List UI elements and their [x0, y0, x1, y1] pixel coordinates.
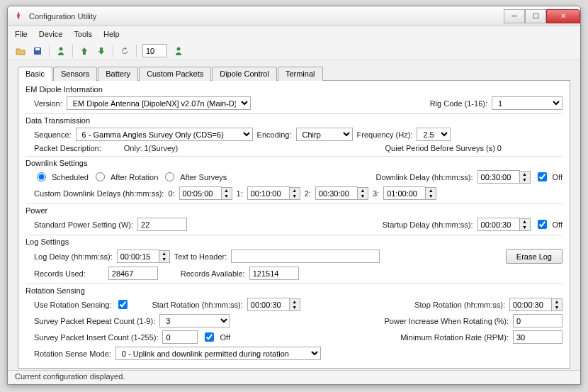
repeat-count-select[interactable]: 3 — [159, 314, 230, 327]
toolbar — [8, 42, 580, 60]
custom-delay-2-input[interactable] — [315, 186, 358, 200]
sequence-label: Sequence: — [34, 130, 72, 139]
tab-custom-packets[interactable]: Custom Packets — [139, 67, 211, 81]
tab-sensors[interactable]: Sensors — [53, 67, 97, 81]
d3-label: 3: — [373, 189, 379, 198]
insert-off-check[interactable] — [205, 332, 214, 342]
downlink-delay-input[interactable] — [477, 170, 520, 184]
save-icon[interactable] — [32, 45, 43, 57]
minimize-button[interactable]: ─ — [504, 9, 525, 23]
radio-scheduled[interactable] — [37, 172, 46, 181]
spin-up-icon[interactable]: ▲ — [552, 299, 562, 305]
frequency-select[interactable]: 2.5 — [417, 128, 451, 141]
up-green-icon[interactable] — [79, 45, 90, 57]
down-green-icon[interactable] — [96, 45, 107, 57]
spin-down-icon[interactable]: ▼ — [552, 305, 562, 310]
records-used-input[interactable] — [108, 267, 158, 280]
window-title: Configuration Utility — [29, 12, 504, 21]
custom-delay-3-input[interactable] — [383, 186, 426, 200]
spin-down-icon[interactable]: ▼ — [520, 225, 530, 230]
power-increase-input[interactable] — [513, 314, 562, 327]
refresh-icon[interactable] — [119, 45, 130, 57]
spin-down-icon[interactable]: ▼ — [358, 194, 368, 199]
toolbar-spin-input[interactable] — [142, 44, 167, 57]
encoding-select[interactable]: Chirp — [296, 128, 353, 141]
rotation-mode-select[interactable]: 0 - Uplink and downlink permitted during… — [115, 347, 321, 360]
version-label: Version: — [34, 99, 62, 108]
menubar: File Device Tools Help — [8, 26, 580, 42]
insert-count-label: Survey Packet Insert Count (1-255): — [34, 333, 158, 342]
tab-strip: Basic Sensors Battery Custom Packets Dip… — [18, 66, 570, 81]
text-header-label: Text to Header: — [174, 252, 227, 261]
maximize-button[interactable]: ☐ — [525, 9, 546, 23]
rig-code-select[interactable]: 1 — [492, 96, 562, 110]
spin-up-icon[interactable]: ▲ — [290, 299, 300, 305]
frequency-label: Frequency (Hz): — [357, 130, 413, 139]
tab-battery[interactable]: Battery — [98, 67, 138, 81]
spin-down-icon[interactable]: ▼ — [222, 194, 232, 199]
start-rotation-input[interactable] — [247, 298, 290, 311]
toolbar-separator — [113, 45, 113, 57]
std-power-input[interactable] — [137, 218, 187, 231]
power-off-check[interactable] — [538, 220, 547, 229]
radio-after-rotation[interactable] — [96, 172, 105, 181]
menu-device[interactable]: Device — [39, 30, 63, 38]
person-green2-icon[interactable] — [173, 45, 184, 57]
spin-up-icon[interactable]: ▲ — [426, 188, 436, 194]
downlink-off-check[interactable] — [538, 172, 547, 181]
person-green-icon[interactable] — [55, 45, 67, 57]
insert-off-label: Off — [220, 333, 230, 342]
records-avail-label: Records Available: — [181, 269, 245, 278]
spin-up-icon[interactable]: ▲ — [290, 188, 300, 194]
divider — [26, 203, 562, 204]
menu-file[interactable]: File — [15, 30, 28, 38]
log-delay-label: Log Delay (hh:mm:ss): — [34, 252, 113, 261]
startup-delay-input[interactable] — [477, 218, 520, 231]
spin-down-icon[interactable]: ▼ — [426, 194, 436, 199]
tab-dipole-control[interactable]: Dipole Control — [212, 67, 277, 81]
close-button[interactable]: ✕ — [546, 9, 580, 23]
divider — [26, 113, 562, 114]
spin-up-icon[interactable]: ▲ — [159, 251, 169, 257]
menu-help[interactable]: Help — [103, 30, 120, 38]
min-rpm-input[interactable] — [513, 330, 562, 344]
svg-point-3 — [177, 47, 181, 50]
spin-down-icon[interactable]: ▼ — [520, 177, 530, 183]
spin-up-icon[interactable]: ▲ — [358, 188, 368, 194]
erase-log-button[interactable]: Erase Log — [506, 249, 562, 264]
tab-body: EM Dipole Information Version: EM Dipole… — [18, 81, 570, 369]
statusbar: Current configuration displayed. — [8, 370, 580, 384]
use-rotation-check[interactable] — [118, 300, 128, 309]
spin-up-icon[interactable]: ▲ — [520, 219, 530, 225]
records-avail-input[interactable] — [249, 267, 299, 280]
radio-after-surveys[interactable] — [165, 172, 174, 181]
custom-delay-1-input[interactable] — [247, 186, 290, 200]
log-delay-input[interactable] — [117, 250, 159, 263]
group-title-downlink: Downlink Settings — [26, 159, 562, 167]
spin-up-icon[interactable]: ▲ — [520, 172, 530, 177]
label-after-surveys: After Surveys — [180, 173, 227, 181]
spin-down-icon[interactable]: ▼ — [290, 305, 300, 310]
encoding-label: Encoding: — [257, 130, 292, 139]
text-header-input[interactable] — [231, 250, 380, 263]
menu-tools[interactable]: Tools — [74, 30, 92, 38]
insert-count-input[interactable] — [162, 330, 198, 344]
group-title-rotation: Rotation Sensing — [26, 286, 562, 295]
app-window: Configuration Utility ─ ☐ ✕ File Device … — [7, 6, 581, 385]
spin-down-icon[interactable]: ▼ — [290, 194, 300, 199]
rotation-mode-label: Rotation Sense Mode: — [34, 349, 111, 358]
spin-up-icon[interactable]: ▲ — [222, 188, 232, 194]
label-after-rotation: After Rotation — [111, 173, 158, 181]
sequence-select[interactable]: 6 - Gamma Angles Survey Only (CDS=6) — [76, 128, 253, 141]
stop-rotation-input[interactable] — [509, 298, 552, 311]
custom-delay-0-input[interactable] — [179, 186, 222, 200]
d2-label: 2: — [305, 189, 311, 198]
d0-label: 0: — [168, 189, 174, 198]
d1-label: 1: — [237, 189, 243, 198]
tab-basic[interactable]: Basic — [18, 67, 52, 81]
version-select[interactable]: EM Dipole Antenna [DipoleNX] v2.07n (Mai… — [67, 96, 251, 110]
open-icon[interactable] — [15, 45, 26, 57]
tab-terminal[interactable]: Terminal — [278, 67, 323, 81]
downlink-off-label: Off — [553, 173, 562, 181]
spin-down-icon[interactable]: ▼ — [159, 257, 169, 262]
